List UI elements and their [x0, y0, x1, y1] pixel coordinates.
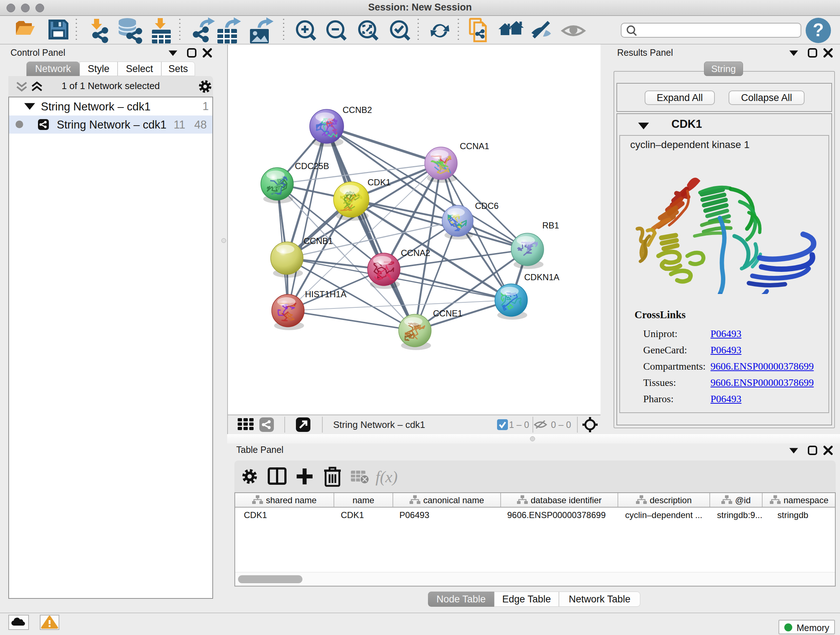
svg-text:CCNA2: CCNA2: [401, 248, 430, 258]
svg-text:f(x): f(x): [376, 468, 398, 486]
svg-text:HIST1H1A: HIST1H1A: [305, 289, 347, 299]
svg-text:CCNE1: CCNE1: [433, 309, 462, 318]
svg-text:0 – 0: 0 – 0: [551, 420, 571, 430]
svg-text:CDC6: CDC6: [475, 201, 499, 211]
svg-text:CDKN1A: CDKN1A: [524, 272, 559, 282]
svg-text:CDC25B: CDC25B: [295, 161, 329, 171]
svg-text:CCNB1: CCNB1: [303, 236, 333, 246]
svg-text:RB1: RB1: [542, 220, 559, 230]
svg-text:1 – 0: 1 – 0: [509, 420, 529, 430]
svg-text:CDK1: CDK1: [368, 177, 391, 187]
svg-text:?: ?: [813, 20, 824, 40]
svg-text:String Network – cdk1: String Network – cdk1: [333, 419, 425, 430]
svg-text:CCNA1: CCNA1: [460, 141, 489, 151]
svg-text:CCNB2: CCNB2: [343, 105, 372, 115]
